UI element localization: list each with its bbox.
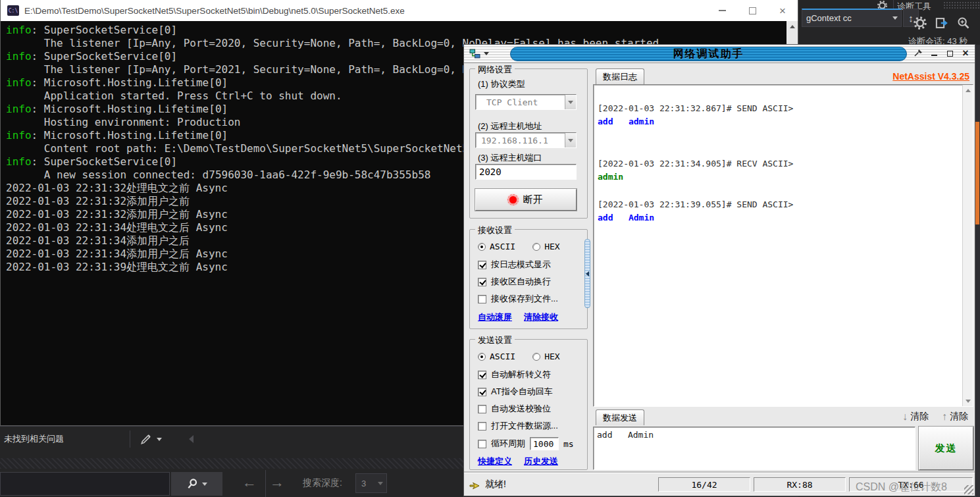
search-button[interactable] [171, 472, 222, 496]
brush-icon[interactable] [140, 433, 152, 445]
collapse-left-icon [586, 271, 589, 276]
radio-send-ascii[interactable]: ASCII [478, 352, 515, 361]
ready-label: 就绪! [485, 479, 506, 490]
checkbox-auto-wrap[interactable]: 接收区自动换行 [478, 276, 551, 288]
send-button[interactable]: 发送 [919, 427, 973, 470]
checkbox-box [478, 295, 486, 303]
chevron-down-icon[interactable] [157, 438, 162, 441]
status-counter: 16/42 [658, 477, 750, 492]
window-title: 网络调试助手 [510, 47, 907, 61]
combo-dropdown-button[interactable] [565, 95, 576, 109]
chevron-down-icon [202, 483, 207, 486]
forward-arrow-icon[interactable]: → [270, 474, 284, 491]
log-entry: [2022-01-03 22:31:32.867]# SEND ASCII> a… [598, 102, 958, 128]
vs-diagnostics-panel: 诊断工具 gContext cc ↕ 诊断会话: 43 秒 [798, 0, 980, 45]
panel-collapse-handle[interactable] [584, 239, 590, 308]
remote-host-label: (2) 远程主机地址 [478, 120, 542, 132]
back-arrow-icon[interactable]: ← [242, 474, 257, 491]
export-window-icon[interactable] [935, 16, 948, 30]
checkbox-auto-checksum[interactable]: 自动发送校验位 [478, 403, 551, 415]
console-title: E:\Demo\TestDemo\SuperSocketNet5\SuperSo… [24, 6, 707, 16]
close-button[interactable]: × [960, 48, 971, 59]
drag-dots [943, 1, 980, 9]
console-titlebar[interactable]: C:\ E:\Demo\TestDemo\SuperSocketNet5\Sup… [1, 0, 798, 21]
screen: 诊断工具 gContext cc ↕ 诊断会话: 43 秒 [0, 0, 980, 497]
protocol-label: (1) 协议类型 [478, 78, 525, 90]
chevron-down-icon [378, 482, 383, 485]
minimize-button[interactable] [707, 0, 737, 21]
clear-send-button[interactable]: ↓ 清除 [902, 411, 929, 423]
cycle-period-input[interactable]: 1000 [530, 437, 559, 450]
combo-dropdown-button[interactable] [565, 133, 576, 147]
checkbox-save-to-file[interactable]: 接收保存到文件... [478, 293, 558, 305]
protocol-combo[interactable]: TCP Client [475, 94, 577, 110]
auto-scroll-link[interactable]: 自动滚屏 [478, 311, 512, 323]
no-problems-label: 未找到相关问题 [0, 433, 64, 445]
maximize-button[interactable] [944, 48, 955, 59]
disconnect-button[interactable]: 断开 [475, 189, 577, 211]
remote-host-combo[interactable]: 192.168.116.1 [475, 132, 577, 148]
tab-data-send[interactable]: 数据发送 [596, 409, 644, 425]
radio-recv-ascii[interactable]: ASCII [478, 242, 515, 251]
checkbox-cycle-period[interactable]: 循环周期 1000 ms [478, 437, 574, 450]
data-log-area[interactable]: [2022-01-03 22:31:32.867]# SEND ASCII> a… [593, 84, 973, 407]
receive-settings-group: 接收设置 ASCII HEX 按日志模式显示 接收区自动换行 [469, 229, 588, 329]
divider [265, 470, 266, 497]
scroll-up-icon[interactable] [963, 85, 973, 95]
connected-status-icon [509, 196, 517, 203]
search-input[interactable] [0, 472, 170, 496]
vs-scrollbar-strip[interactable] [975, 45, 980, 497]
search-depth-combo[interactable]: 3 [355, 473, 387, 493]
netassist-version-link[interactable]: NetAssist V4.3.25 [892, 71, 969, 82]
log-scrollbar[interactable] [962, 85, 973, 406]
radio-recv-hex[interactable]: HEX [532, 242, 559, 251]
search-icon [186, 478, 198, 490]
checkbox-box [478, 371, 486, 379]
minimize-button[interactable] [929, 48, 939, 59]
scroll-up-icon[interactable] [787, 21, 798, 32]
cmd-icon: C:\ [7, 5, 19, 16]
send-settings-group: 发送设置 ASCII HEX 自动解析转义符 AT指令自动回车 [469, 339, 588, 470]
radio-circle [532, 243, 540, 251]
netassist-titlebar[interactable]: 网络调试助手 × [464, 45, 975, 63]
pin-icon[interactable] [913, 48, 923, 59]
checkbox-box [478, 422, 486, 431]
checkbox-log-mode[interactable]: 按日志模式显示 [478, 259, 551, 271]
quick-define-link[interactable]: 快捷定义 [478, 456, 512, 467]
arrow-down-icon: ↓ [902, 411, 908, 423]
log-content: [2022-01-03 22:31:32.867]# SEND ASCII> a… [594, 85, 962, 406]
csdn-watermark: CSDN @翟位计数8 [856, 481, 947, 494]
checkbox-parse-escape[interactable]: 自动解析转义符 [478, 369, 551, 380]
radio-circle [532, 353, 540, 361]
checkbox-box [478, 440, 486, 448]
clear-receive-link[interactable]: 清除接收 [524, 311, 558, 323]
chevron-down-icon[interactable] [484, 52, 489, 55]
status-rx: RX:88 [754, 477, 846, 492]
scroll-down-icon[interactable] [963, 396, 973, 406]
history-send-link[interactable]: 历史发送 [524, 456, 558, 467]
log-entry: [2022-01-03 22:31:34.905]# RECV ASCII> a… [598, 157, 958, 184]
checkbox-box [478, 278, 486, 286]
resize-grip[interactable] [964, 485, 973, 494]
remote-port-input[interactable]: 2020 [475, 164, 577, 180]
radio-circle [478, 353, 486, 361]
cycle-unit-label: ms [563, 439, 574, 449]
zoom-magnifier-icon[interactable] [957, 16, 970, 30]
clear-receive-button[interactable]: ↑ 清除 [942, 411, 968, 423]
search-depth-label: 搜索深度: [303, 477, 342, 489]
close-button[interactable]: × [767, 0, 798, 21]
checkbox-at-cr[interactable]: AT指令自动回车 [478, 386, 553, 398]
send-data-input[interactable]: add Admin [593, 427, 916, 470]
checkbox-file-source[interactable]: 打开文件数据源... [478, 420, 558, 432]
radio-send-hex[interactable]: HEX [532, 352, 559, 361]
settings-gear-icon[interactable] [914, 16, 927, 30]
network-app-icon[interactable] [469, 48, 480, 59]
checkbox-box [478, 388, 486, 396]
maximize-button[interactable] [737, 0, 767, 21]
tab-data-log[interactable]: 数据日志 [596, 68, 644, 84]
group-title: 接收设置 [475, 224, 515, 236]
network-settings-group: 网络设置 (1) 协议类型 TCP Client (2) 远程主机地址 192.… [469, 68, 588, 219]
collapse-left-icon[interactable] [189, 435, 193, 443]
log-entry: [2022-01-03 22:31:39.055]# SEND ASCII> a… [598, 198, 958, 224]
debug-context-combo[interactable]: gContext cc [802, 9, 902, 27]
